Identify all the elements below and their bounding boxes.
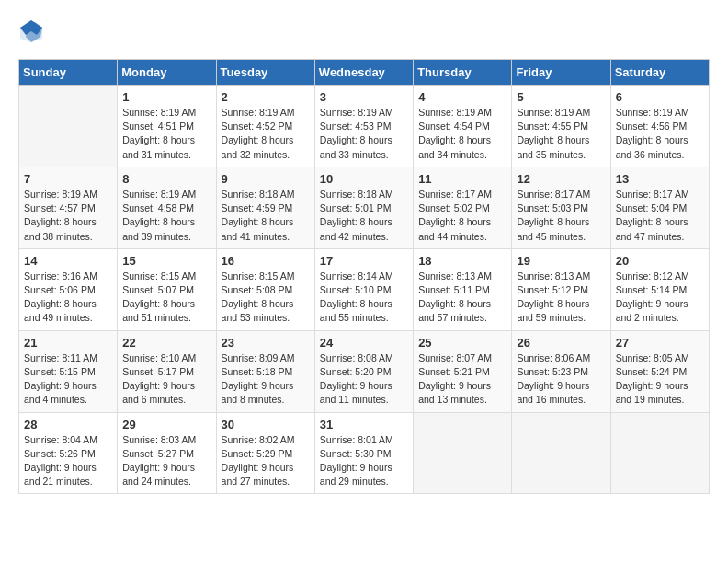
day-number: 12 [517, 172, 605, 186]
page-header [18, 18, 710, 44]
day-info: Sunrise: 8:14 AM Sunset: 5:10 PM Dayligh… [320, 270, 408, 326]
calendar-cell: 18Sunrise: 8:13 AM Sunset: 5:11 PM Dayli… [414, 248, 512, 330]
calendar-cell: 14Sunrise: 8:16 AM Sunset: 5:06 PM Dayli… [19, 248, 118, 330]
day-number: 5 [517, 90, 605, 104]
column-header-monday: Monday [118, 60, 216, 86]
day-info: Sunrise: 8:07 AM Sunset: 5:21 PM Dayligh… [418, 351, 506, 408]
calendar-cell: 17Sunrise: 8:14 AM Sunset: 5:10 PM Dayli… [314, 248, 413, 330]
day-info: Sunrise: 8:15 AM Sunset: 5:07 PM Dayligh… [122, 270, 210, 326]
calendar-cell: 30Sunrise: 8:02 AM Sunset: 5:29 PM Dayli… [216, 412, 314, 494]
day-number: 3 [320, 90, 408, 104]
day-number: 14 [24, 254, 112, 268]
calendar-cell: 8Sunrise: 8:19 AM Sunset: 4:58 PM Daylig… [118, 167, 216, 248]
calendar-cell: 19Sunrise: 8:13 AM Sunset: 5:12 PM Dayli… [512, 248, 610, 330]
calendar-week-5: 28Sunrise: 8:04 AM Sunset: 5:26 PM Dayli… [19, 412, 710, 494]
day-info: Sunrise: 8:19 AM Sunset: 4:55 PM Dayligh… [517, 106, 605, 162]
day-number: 4 [418, 90, 506, 104]
calendar-cell: 20Sunrise: 8:12 AM Sunset: 5:14 PM Dayli… [610, 248, 709, 330]
day-info: Sunrise: 8:17 AM Sunset: 5:04 PM Dayligh… [616, 188, 704, 244]
day-number: 10 [320, 172, 408, 186]
day-info: Sunrise: 8:19 AM Sunset: 4:51 PM Dayligh… [122, 106, 210, 162]
day-number: 20 [616, 254, 704, 268]
logo-icon [18, 18, 44, 44]
calendar-cell: 27Sunrise: 8:05 AM Sunset: 5:24 PM Dayli… [610, 330, 709, 412]
day-number: 23 [222, 336, 310, 350]
day-info: Sunrise: 8:15 AM Sunset: 5:08 PM Dayligh… [222, 270, 310, 326]
day-info: Sunrise: 8:19 AM Sunset: 4:58 PM Dayligh… [122, 188, 210, 244]
day-info: Sunrise: 8:19 AM Sunset: 4:52 PM Dayligh… [222, 106, 310, 162]
calendar-cell: 12Sunrise: 8:17 AM Sunset: 5:03 PM Dayli… [512, 167, 610, 248]
calendar-cell: 5Sunrise: 8:19 AM Sunset: 4:55 PM Daylig… [512, 86, 610, 167]
day-number: 31 [320, 418, 408, 431]
day-number: 19 [517, 254, 605, 268]
day-number: 17 [320, 254, 408, 268]
day-info: Sunrise: 8:19 AM Sunset: 4:56 PM Dayligh… [616, 106, 704, 162]
calendar-week-2: 7Sunrise: 8:19 AM Sunset: 4:57 PM Daylig… [19, 167, 710, 248]
column-header-sunday: Sunday [19, 60, 118, 86]
day-number: 26 [517, 336, 605, 350]
day-info: Sunrise: 8:02 AM Sunset: 5:29 PM Dayligh… [222, 433, 310, 489]
calendar-cell: 10Sunrise: 8:18 AM Sunset: 5:01 PM Dayli… [314, 167, 413, 248]
day-number: 7 [24, 172, 112, 186]
day-info: Sunrise: 8:13 AM Sunset: 5:11 PM Dayligh… [418, 270, 506, 326]
calendar-cell: 15Sunrise: 8:15 AM Sunset: 5:07 PM Dayli… [118, 248, 216, 330]
day-number: 8 [122, 172, 210, 186]
day-info: Sunrise: 8:05 AM Sunset: 5:24 PM Dayligh… [616, 351, 704, 408]
calendar-cell: 26Sunrise: 8:06 AM Sunset: 5:23 PM Dayli… [512, 330, 610, 412]
day-info: Sunrise: 8:19 AM Sunset: 4:57 PM Dayligh… [24, 188, 112, 244]
day-info: Sunrise: 8:11 AM Sunset: 5:15 PM Dayligh… [24, 351, 112, 408]
day-info: Sunrise: 8:01 AM Sunset: 5:30 PM Dayligh… [320, 433, 408, 489]
day-info: Sunrise: 8:19 AM Sunset: 4:53 PM Dayligh… [320, 106, 408, 162]
column-header-saturday: Saturday [610, 60, 709, 86]
calendar-cell: 16Sunrise: 8:15 AM Sunset: 5:08 PM Dayli… [216, 248, 314, 330]
day-info: Sunrise: 8:04 AM Sunset: 5:26 PM Dayligh… [24, 433, 112, 489]
calendar-cell: 23Sunrise: 8:09 AM Sunset: 5:18 PM Dayli… [216, 330, 314, 412]
day-number: 30 [222, 418, 310, 431]
day-info: Sunrise: 8:19 AM Sunset: 4:54 PM Dayligh… [418, 106, 506, 162]
logo [18, 18, 48, 44]
calendar-cell: 9Sunrise: 8:18 AM Sunset: 4:59 PM Daylig… [216, 167, 314, 248]
day-info: Sunrise: 8:12 AM Sunset: 5:14 PM Dayligh… [616, 270, 704, 326]
calendar-table: SundayMondayTuesdayWednesdayThursdayFrid… [18, 59, 710, 494]
day-number: 28 [24, 418, 112, 431]
calendar-cell: 24Sunrise: 8:08 AM Sunset: 5:20 PM Dayli… [314, 330, 413, 412]
day-number: 9 [222, 172, 310, 186]
column-header-wednesday: Wednesday [314, 60, 413, 86]
calendar-cell: 11Sunrise: 8:17 AM Sunset: 5:02 PM Dayli… [414, 167, 512, 248]
calendar-cell: 4Sunrise: 8:19 AM Sunset: 4:54 PM Daylig… [414, 86, 512, 167]
day-info: Sunrise: 8:09 AM Sunset: 5:18 PM Dayligh… [222, 351, 310, 408]
day-number: 1 [122, 90, 210, 104]
day-info: Sunrise: 8:17 AM Sunset: 5:03 PM Dayligh… [517, 188, 605, 244]
day-number: 18 [418, 254, 506, 268]
day-info: Sunrise: 8:18 AM Sunset: 4:59 PM Dayligh… [222, 188, 310, 244]
calendar-cell: 25Sunrise: 8:07 AM Sunset: 5:21 PM Dayli… [414, 330, 512, 412]
column-header-thursday: Thursday [414, 60, 512, 86]
calendar-cell [19, 86, 118, 167]
day-info: Sunrise: 8:13 AM Sunset: 5:12 PM Dayligh… [517, 270, 605, 326]
day-number: 27 [616, 336, 704, 350]
calendar-cell: 3Sunrise: 8:19 AM Sunset: 4:53 PM Daylig… [314, 86, 413, 167]
day-number: 2 [222, 90, 310, 104]
day-number: 21 [24, 336, 112, 350]
calendar-header-row: SundayMondayTuesdayWednesdayThursdayFrid… [19, 60, 710, 86]
day-number: 11 [418, 172, 506, 186]
calendar-cell: 2Sunrise: 8:19 AM Sunset: 4:52 PM Daylig… [216, 86, 314, 167]
day-number: 22 [122, 336, 210, 350]
calendar-cell [512, 412, 610, 494]
calendar-week-3: 14Sunrise: 8:16 AM Sunset: 5:06 PM Dayli… [19, 248, 710, 330]
calendar-cell: 31Sunrise: 8:01 AM Sunset: 5:30 PM Dayli… [314, 412, 413, 494]
calendar-week-1: 1Sunrise: 8:19 AM Sunset: 4:51 PM Daylig… [19, 86, 710, 167]
day-number: 6 [616, 90, 704, 104]
day-info: Sunrise: 8:17 AM Sunset: 5:02 PM Dayligh… [418, 188, 506, 244]
calendar-cell: 13Sunrise: 8:17 AM Sunset: 5:04 PM Dayli… [610, 167, 709, 248]
day-number: 25 [418, 336, 506, 350]
calendar-cell: 6Sunrise: 8:19 AM Sunset: 4:56 PM Daylig… [610, 86, 709, 167]
day-number: 16 [222, 254, 310, 268]
day-info: Sunrise: 8:03 AM Sunset: 5:27 PM Dayligh… [122, 433, 210, 489]
day-info: Sunrise: 8:06 AM Sunset: 5:23 PM Dayligh… [517, 351, 605, 408]
calendar-cell: 28Sunrise: 8:04 AM Sunset: 5:26 PM Dayli… [19, 412, 118, 494]
calendar-cell: 29Sunrise: 8:03 AM Sunset: 5:27 PM Dayli… [118, 412, 216, 494]
day-info: Sunrise: 8:08 AM Sunset: 5:20 PM Dayligh… [320, 351, 408, 408]
calendar-cell: 22Sunrise: 8:10 AM Sunset: 5:17 PM Dayli… [118, 330, 216, 412]
day-number: 24 [320, 336, 408, 350]
